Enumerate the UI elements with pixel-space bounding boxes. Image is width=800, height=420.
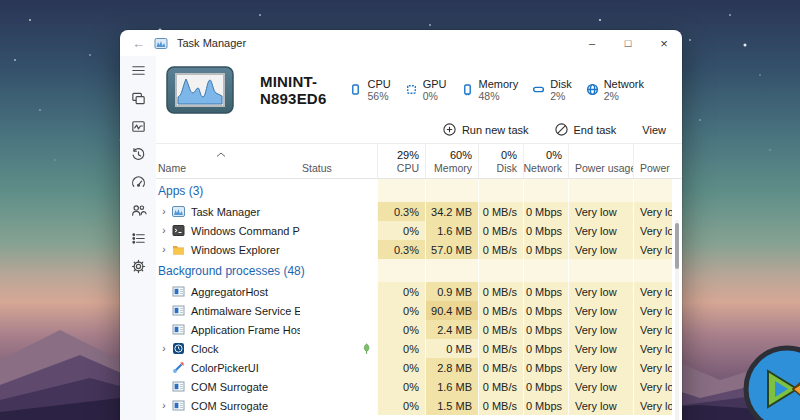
group-heat-cell <box>478 259 523 282</box>
details-icon[interactable] <box>125 226 151 250</box>
network-cell: 0 Mbps <box>523 320 568 339</box>
process-name-cell: ›Windows Explorer <box>156 240 300 259</box>
cpu-cell: 0% <box>377 339 425 358</box>
cpu-cell: 0% <box>377 282 425 301</box>
group-heat-cell <box>478 179 523 202</box>
process-group-header[interactable]: Background processes (48) <box>156 259 682 282</box>
close-button[interactable]: × <box>646 30 682 56</box>
slash-circle-icon <box>555 123 568 136</box>
memory-cell: 2.8 MB <box>425 358 478 377</box>
cpu-cell: 0.3% <box>377 202 425 221</box>
status-cell <box>300 301 377 320</box>
network-cell: 0 Mbps <box>523 358 568 377</box>
startup-apps-icon[interactable] <box>125 170 151 194</box>
disk-cell: 0 MB/s <box>478 339 523 358</box>
process-row[interactable]: ›AggregatorHost0%0.9 MB0 MB/s0 MbpsVery … <box>156 282 682 301</box>
process-row[interactable]: ›Application Frame Host0%2.4 MB0 MB/s0 M… <box>156 320 682 339</box>
processes-icon[interactable] <box>125 86 151 110</box>
process-row[interactable]: ›Windows Command Processor ...0%1.6 MB0 … <box>156 221 682 240</box>
process-name: COM Surrogate <box>191 381 268 393</box>
process-name-cell: ›Windows Command Processor ... <box>156 221 300 240</box>
cpu-cell: 0% <box>377 320 425 339</box>
disk-cell: 0 MB/s <box>478 396 523 415</box>
process-row[interactable]: ›COM Surrogate0%1.5 MB0 MB/s0 MbpsVery l… <box>156 396 682 415</box>
column-memory[interactable]: 60%Memory <box>425 144 478 178</box>
expand-chevron-icon[interactable]: › <box>158 343 170 354</box>
column-network[interactable]: 0%Network <box>523 144 568 178</box>
process-row[interactable]: ›Antimalware Service Executable...0%90.4… <box>156 301 682 320</box>
gpu-icon <box>405 83 418 96</box>
power-usage-cell: Very low <box>568 221 633 240</box>
column-name[interactable]: Name <box>156 144 300 178</box>
cpu-cell: 0.3% <box>377 240 425 259</box>
processes-page: MININT-N893ED6 CPU56% GPU0% Memory48% <box>156 56 682 420</box>
process-row[interactable]: ›COM Surrogate0%1.6 MB0 MB/s0 MbpsVery l… <box>156 377 682 396</box>
expand-chevron-icon[interactable]: › <box>158 225 170 236</box>
process-name: Antimalware Service Executable... <box>191 305 300 317</box>
process-name: Task Manager <box>191 206 260 218</box>
back-button[interactable]: ← <box>132 37 145 50</box>
power-trend-cell: Very low <box>633 358 672 377</box>
memory-cell: 57.0 MB <box>425 240 478 259</box>
process-row[interactable]: ›Windows Explorer0.3%57.0 MB0 MB/s0 Mbps… <box>156 240 682 259</box>
expand-chevron-icon[interactable]: › <box>158 244 170 255</box>
brand-logo <box>735 344 800 420</box>
services-icon[interactable] <box>125 254 151 278</box>
network-cell: 0 Mbps <box>523 282 568 301</box>
status-cell <box>300 358 377 377</box>
network-cell: 0 Mbps <box>523 396 568 415</box>
cpu-cell: 0% <box>377 358 425 377</box>
group-heat-cell <box>633 179 672 202</box>
memory-icon <box>461 83 474 96</box>
menu-icon[interactable] <box>125 58 151 82</box>
process-name-cell: ›Clock <box>156 339 300 358</box>
power-usage-cell: Very low <box>568 396 633 415</box>
process-name: Application Frame Host <box>191 324 300 336</box>
process-name-cell: ›COM Surrogate <box>156 396 300 415</box>
power-usage-cell: Very low <box>568 339 633 358</box>
power-usage-cell: Very low <box>568 377 633 396</box>
power-trend-cell: Very low <box>633 339 672 358</box>
process-row[interactable]: ›Task Manager0.3%34.2 MB0 MB/s0 MbpsVery… <box>156 202 682 221</box>
process-name-cell: ›ColorPickerUI <box>156 358 300 377</box>
view-button[interactable]: View <box>642 124 666 136</box>
group-heat-cell <box>425 179 478 202</box>
scrollbar-thumb[interactable] <box>675 223 679 269</box>
run-new-task-button[interactable]: Run new task <box>443 123 529 136</box>
expand-chevron-icon[interactable]: › <box>158 206 170 217</box>
table-body: Apps (3)›Task Manager0.3%34.2 MB0 MB/s0 … <box>156 179 682 415</box>
network-cell: 0 Mbps <box>523 240 568 259</box>
stat-network: Network2% <box>586 78 644 103</box>
process-row[interactable]: ›ColorPickerUI0%2.8 MB0 MB/s0 MbpsVery l… <box>156 358 682 377</box>
process-group-header[interactable]: Apps (3) <box>156 179 682 202</box>
maximize-button[interactable]: □ <box>610 30 646 56</box>
column-cpu[interactable]: 29%CPU <box>377 144 425 178</box>
power-trend-cell: Very low <box>633 240 672 259</box>
minimize-button[interactable]: – <box>574 30 610 56</box>
status-cell <box>300 339 377 358</box>
column-status[interactable]: Status <box>300 144 377 178</box>
network-cell: 0 Mbps <box>523 301 568 320</box>
users-icon[interactable] <box>125 198 151 222</box>
group-heat-cell <box>425 259 478 282</box>
app-history-icon[interactable] <box>125 142 151 166</box>
process-name: Windows Command Processor ... <box>191 225 300 237</box>
expand-chevron-icon[interactable]: › <box>158 400 170 411</box>
task-manager-app-icon <box>154 37 168 50</box>
task-manager-icon <box>172 205 185 218</box>
column-power-usage-trend[interactable]: Power usage trend <box>633 144 672 178</box>
power-trend-cell: Very low <box>633 301 672 320</box>
column-disk[interactable]: 0%Disk <box>478 144 523 178</box>
power-usage-cell: Very low <box>568 301 633 320</box>
disk-cell: 0 MB/s <box>478 221 523 240</box>
performance-icon[interactable] <box>125 114 151 138</box>
power-usage-cell: Very low <box>568 358 633 377</box>
desktop: ← Task Manager – □ × <box>0 0 800 420</box>
process-row[interactable]: ›Clock0%0 MB0 MB/s0 MbpsVery lowVery low <box>156 339 682 358</box>
status-cell <box>300 202 377 221</box>
end-task-button[interactable]: End task <box>555 123 617 136</box>
column-power-usage[interactable]: Power usage <box>568 144 633 178</box>
disk-cell: 0 MB/s <box>478 282 523 301</box>
cpu-cell: 0% <box>377 221 425 240</box>
process-name-cell: ›Application Frame Host <box>156 320 300 339</box>
